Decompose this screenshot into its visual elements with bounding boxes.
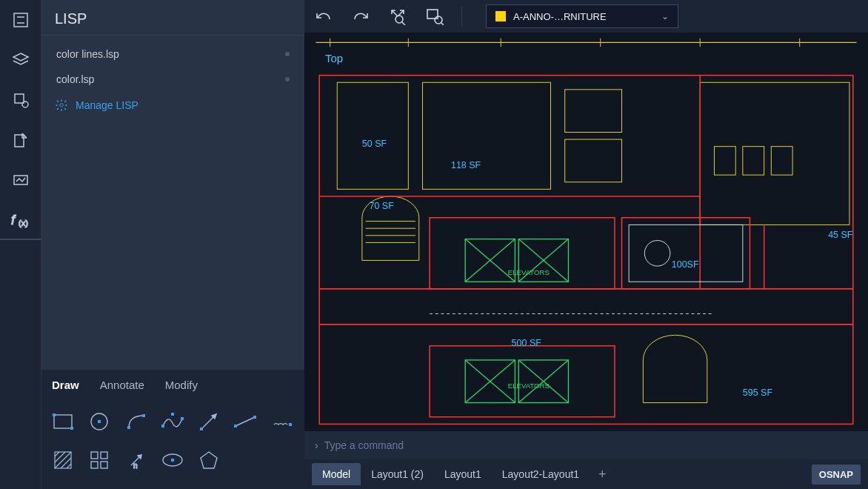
svg-line-33	[67, 464, 71, 468]
svg-line-50	[441, 23, 444, 25]
svg-text:n: n	[133, 462, 138, 470]
tab-draw[interactable]: Draw	[52, 379, 79, 391]
lisp-item[interactable]: color.lsp	[41, 67, 304, 92]
tool-hatch-icon[interactable]	[52, 449, 74, 471]
svg-rect-36	[91, 462, 98, 468]
svg-rect-42	[171, 459, 174, 462]
svg-line-44	[392, 10, 398, 16]
svg-rect-60	[700, 82, 849, 224]
svg-rect-62	[565, 139, 622, 182]
svg-text:595 SF: 595 SF	[743, 387, 773, 398]
lisp-item-label: color.lsp	[56, 73, 94, 85]
svg-rect-17	[142, 414, 145, 417]
tool-spline-icon[interactable]	[161, 410, 184, 433]
rail-layers-icon[interactable]	[11, 50, 30, 70]
prompt-caret-icon: ›	[315, 439, 318, 451]
svg-rect-70	[319, 76, 853, 425]
svg-marker-43	[201, 452, 217, 468]
view-label: Top	[325, 52, 343, 64]
layout-tab[interactable]: Layout2-Layout1	[492, 463, 590, 485]
tool-line-icon[interactable]	[234, 410, 256, 433]
svg-rect-0	[14, 13, 27, 27]
zoom-window-button[interactable]	[421, 3, 448, 30]
tool-revcloud-icon[interactable]	[271, 410, 293, 433]
gear-icon	[55, 99, 68, 112]
svg-marker-3	[13, 53, 28, 61]
layout-tab[interactable]: Layout1 (2)	[361, 463, 434, 485]
svg-rect-58	[337, 82, 408, 189]
svg-rect-37	[101, 462, 107, 468]
tool-polygon-icon[interactable]	[198, 449, 220, 471]
svg-rect-75	[622, 218, 750, 289]
svg-text:70 SF: 70 SF	[369, 201, 394, 211]
lisp-item[interactable]: color lines.lsp	[41, 41, 304, 67]
svg-point-92	[644, 241, 670, 267]
manage-lisp-label: Manage LISP	[76, 99, 138, 111]
svg-rect-19	[171, 413, 174, 416]
svg-point-46	[395, 16, 403, 23]
rail-blocks-icon[interactable]	[11, 90, 30, 110]
svg-rect-23	[200, 428, 203, 430]
rail-properties-icon[interactable]	[11, 10, 30, 30]
tool-array-icon[interactable]	[88, 449, 110, 471]
svg-line-32	[61, 458, 71, 468]
tool-circle-icon[interactable]	[88, 410, 110, 433]
layout-tab[interactable]: Layout1	[434, 463, 492, 485]
svg-rect-12	[53, 413, 56, 416]
svg-rect-63	[714, 147, 735, 175]
lisp-item-label: color lines.lsp	[56, 48, 119, 60]
tab-modify[interactable]: Modify	[165, 379, 198, 391]
svg-rect-35	[101, 452, 107, 459]
svg-rect-61	[565, 90, 622, 133]
svg-rect-13	[70, 427, 73, 430]
status-dot-icon	[285, 77, 290, 82]
svg-rect-15	[98, 420, 101, 423]
svg-rect-64	[743, 147, 764, 175]
svg-rect-65	[771, 147, 792, 175]
svg-text:f: f	[11, 213, 16, 227]
svg-rect-34	[91, 452, 98, 459]
tool-ellipse-icon[interactable]	[161, 449, 184, 471]
command-bar: ›	[304, 431, 868, 459]
svg-text:500 SF: 500 SF	[512, 338, 542, 348]
layer-dropdown[interactable]: A-ANNO-…RNITURE ⌄	[486, 4, 678, 28]
svg-rect-18	[161, 425, 164, 428]
rail-attach-icon[interactable]	[11, 130, 30, 150]
tool-rectangle-icon[interactable]	[52, 410, 74, 433]
divider	[461, 7, 462, 26]
tool-arc-icon[interactable]	[125, 410, 147, 433]
svg-rect-25	[234, 425, 237, 428]
tool-palette: Draw Annotate Modify n	[41, 370, 304, 489]
svg-text:ELEVATORS: ELEVATORS	[508, 268, 550, 276]
undo-button[interactable]	[310, 3, 337, 30]
redo-button[interactable]	[347, 3, 374, 30]
svg-text:ELEVATORS: ELEVATORS	[508, 382, 550, 390]
status-dot-icon	[285, 52, 290, 56]
svg-rect-4	[15, 94, 24, 103]
rail-trace-icon[interactable]	[11, 170, 30, 190]
lisp-list: color lines.lsp color.lsp Manage LISP	[41, 36, 304, 370]
svg-text:50 SF: 50 SF	[362, 139, 387, 149]
drawing-canvas[interactable]: Top	[304, 33, 868, 431]
svg-rect-20	[181, 417, 184, 420]
tool-point-icon[interactable]: n	[125, 449, 147, 471]
svg-text:45 SF: 45 SF	[828, 230, 853, 240]
rail-fx-icon[interactable]: f(x)	[11, 210, 30, 230]
svg-point-5	[22, 102, 28, 107]
osnap-toggle[interactable]: OSNAP	[812, 465, 861, 485]
command-input[interactable]	[324, 439, 858, 451]
zoom-extents-button[interactable]	[384, 3, 411, 30]
layout-tabs: Model Layout1 (2) Layout1 Layout2-Layout…	[304, 459, 868, 489]
floorplan-svg: 50 SF 118 SF 70 SF 100SF 500 SF 45 SF 59…	[304, 33, 868, 431]
add-layout-button[interactable]: +	[590, 467, 615, 482]
svg-rect-16	[127, 426, 130, 429]
panel-title: LISP	[41, 0, 304, 36]
svg-point-49	[435, 16, 442, 24]
tool-move-icon[interactable]	[198, 410, 220, 433]
tab-annotate[interactable]: Annotate	[100, 379, 144, 391]
layout-tab-model[interactable]: Model	[312, 463, 361, 485]
svg-line-47	[402, 22, 405, 25]
svg-rect-26	[253, 416, 256, 419]
manage-lisp-button[interactable]: Manage LISP	[41, 92, 304, 119]
svg-rect-11	[54, 415, 72, 428]
